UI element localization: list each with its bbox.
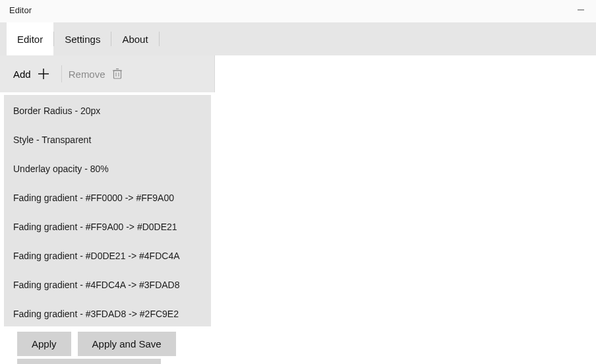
- list-item[interactable]: Fading gradient - #D0DE21 -> #4FDC4A: [4, 241, 211, 270]
- titlebar: Editor: [0, 0, 596, 22]
- list-item[interactable]: Fading gradient - #3FDAD8 -> #2FC9E2: [4, 299, 211, 326]
- svg-rect-3: [113, 71, 121, 78]
- trash-icon: [112, 68, 123, 80]
- partial-button[interactable]: [17, 359, 161, 364]
- tabbar: Editor Settings About: [0, 22, 596, 55]
- extra-button-row: [4, 357, 211, 364]
- list-item[interactable]: Border Radius - 20px: [4, 96, 211, 125]
- toolbar-separator: [61, 65, 62, 82]
- properties-list[interactable]: Border Radius - 20px Style - Transparent…: [4, 95, 211, 326]
- apply-button[interactable]: Apply: [17, 332, 71, 356]
- list-item[interactable]: Fading gradient - #4FDC4A -> #3FDAD8: [4, 270, 211, 299]
- tab-editor[interactable]: Editor: [7, 22, 53, 55]
- tab-label: Editor: [17, 34, 43, 45]
- tab-about[interactable]: About: [111, 22, 158, 55]
- content: Add Remove Border Radius: [0, 55, 596, 364]
- list-item[interactable]: Style - Transparent: [4, 125, 211, 154]
- action-row: Apply Apply and Save: [4, 326, 211, 357]
- main-area: [215, 55, 596, 364]
- list-item[interactable]: Fading gradient - #FF9A00 -> #D0DE21: [4, 212, 211, 241]
- tab-label: About: [122, 34, 148, 45]
- tab-separator: [159, 32, 160, 46]
- add-label: Add: [13, 69, 31, 80]
- sidebar-toolbar: Add Remove: [0, 55, 215, 92]
- item-label: Fading gradient - #D0DE21 -> #4FDC4A: [13, 251, 180, 261]
- item-label: Fading gradient - #FF9A00 -> #D0DE21: [13, 222, 177, 232]
- remove-label: Remove: [69, 69, 105, 80]
- item-label: Fading gradient - #FF0000 -> #FF9A00: [13, 193, 174, 203]
- sidebar: Add Remove Border Radius: [0, 55, 215, 364]
- item-label: Style - Transparent: [13, 135, 91, 145]
- item-label: Fading gradient - #3FDAD8 -> #2FC9E2: [13, 309, 179, 319]
- list-item[interactable]: Underlay opacity - 80%: [4, 154, 211, 183]
- apply-save-button[interactable]: Apply and Save: [78, 332, 176, 356]
- list-item[interactable]: Fading gradient - #FF0000 -> #FF9A00: [4, 183, 211, 212]
- item-label: Fading gradient - #4FDC4A -> #3FDAD8: [13, 280, 180, 290]
- minimize-button[interactable]: [566, 0, 596, 20]
- item-label: Underlay opacity - 80%: [13, 164, 109, 174]
- apply-label: Apply: [32, 338, 57, 349]
- remove-button[interactable]: Remove: [65, 63, 132, 85]
- window-title: Editor: [9, 5, 32, 15]
- window-controls: [566, 5, 596, 20]
- add-button[interactable]: Add: [9, 63, 59, 85]
- item-label: Border Radius - 20px: [13, 106, 100, 116]
- apply-save-label: Apply and Save: [92, 338, 162, 349]
- minimize-icon: [578, 7, 584, 13]
- plus-icon: [38, 68, 49, 80]
- tab-label: Settings: [65, 34, 100, 45]
- tab-settings[interactable]: Settings: [54, 22, 111, 55]
- list-wrapper: Border Radius - 20px Style - Transparent…: [0, 92, 215, 364]
